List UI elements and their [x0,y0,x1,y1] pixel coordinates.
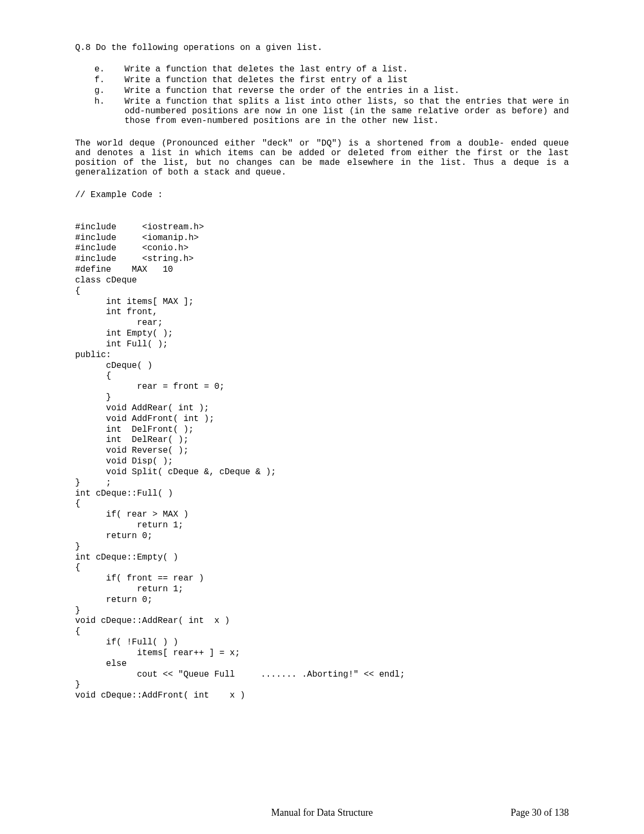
code-block: #include <iostream.h> #include <iomanip.… [75,222,569,701]
question-prompt: Do the following operations on a given l… [96,43,322,53]
footer-title: Manual for Data Structure [271,807,372,818]
sub-item-marker: f. [94,75,125,85]
code-blank-line [75,201,569,212]
sub-item: f. Write a function that deletes the fir… [94,75,569,85]
sub-item: h. Write a function that splits a list i… [94,97,569,126]
sub-item-text: Write a function that reverse the order … [125,86,569,96]
deque-paragraph: The world deque (Pronounced either "deck… [75,139,569,177]
sub-item-text: Write a function that deletes the last e… [125,64,569,74]
sub-item-marker: e. [94,64,125,74]
question-header: Q.8 Do the following operations on a giv… [75,43,569,53]
footer-page-number: Page 30 of 138 [511,807,569,818]
sub-item-marker: g. [94,86,125,96]
sub-item-text: Write a function that splits a list into… [125,97,569,126]
sub-item: e. Write a function that deletes the las… [94,64,569,74]
sub-item-marker: h. [94,97,125,126]
code-comment: // Example Code : [75,190,569,201]
sub-item-list: e. Write a function that deletes the las… [94,64,569,126]
question-number: Q.8 [75,43,91,53]
code-blank-line [75,212,569,222]
sub-item-text: Write a function that deletes the first … [125,75,569,85]
sub-item: g. Write a function that reverse the ord… [94,86,569,96]
